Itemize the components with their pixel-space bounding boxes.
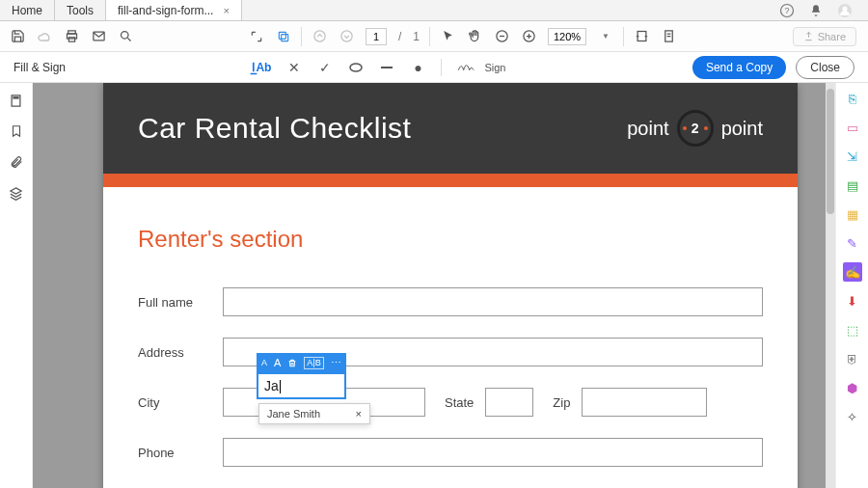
comb-field-icon[interactable]: A|B bbox=[304, 357, 323, 369]
field-zip[interactable] bbox=[582, 388, 707, 417]
fit-page-icon[interactable] bbox=[661, 29, 676, 44]
more-options-icon[interactable]: ⋯ bbox=[331, 357, 341, 369]
tab-tools-label: Tools bbox=[67, 4, 94, 17]
svg-point-17 bbox=[350, 64, 362, 71]
label-phone: Phone bbox=[138, 446, 223, 460]
fill-sign-title: Fill & Sign bbox=[14, 61, 66, 74]
circle-icon[interactable] bbox=[348, 60, 364, 75]
send-copy-button[interactable]: Send a Copy bbox=[692, 56, 786, 79]
brand-num: 2 bbox=[692, 121, 699, 136]
checkmark-icon[interactable]: ✓ bbox=[317, 60, 333, 75]
tab-home-label: Home bbox=[12, 4, 42, 17]
label-full-name: Full name bbox=[138, 295, 223, 310]
pdf-page: Car Rental Checklist point 2 point Rente… bbox=[103, 83, 798, 488]
fill-sign-bar: Fill & Sign I̲Ab ✕ ✓ ● Sign Send a Copy … bbox=[0, 52, 868, 83]
label-state: State bbox=[425, 395, 485, 410]
svg-text:?: ? bbox=[784, 6, 789, 15]
export-pdf-icon[interactable]: ⇲ bbox=[843, 147, 862, 166]
tab-bar: Home Tools fill-and-sign-form... × ? bbox=[0, 0, 868, 21]
svg-point-8 bbox=[121, 32, 128, 40]
document-canvas[interactable]: Car Rental Checklist point 2 point Rente… bbox=[33, 83, 835, 488]
fill-sign-icon[interactable]: ✍ bbox=[843, 262, 862, 282]
page-up-icon[interactable] bbox=[312, 29, 327, 44]
attachment-icon[interactable] bbox=[9, 154, 24, 170]
page-sep: / bbox=[398, 30, 401, 43]
text-format-toolbar: A A A|B ⋯ bbox=[257, 353, 346, 372]
save-icon[interactable] bbox=[10, 29, 25, 44]
zoom-in-icon[interactable] bbox=[521, 29, 536, 44]
field-full-name[interactable] bbox=[223, 287, 763, 316]
text-size-large-icon[interactable]: A bbox=[274, 357, 281, 368]
zoom-dropdown-icon[interactable]: ▼ bbox=[598, 29, 613, 44]
tab-tools[interactable]: Tools bbox=[55, 0, 106, 20]
shield-icon[interactable]: ⛨ bbox=[843, 349, 862, 368]
email-icon[interactable] bbox=[91, 29, 106, 44]
tab-home[interactable]: Home bbox=[0, 0, 55, 20]
more-tools-icon[interactable]: ✧ bbox=[843, 407, 862, 426]
redact-icon[interactable]: ⬇ bbox=[843, 291, 862, 311]
help-icon[interactable]: ? bbox=[779, 3, 795, 18]
create-pdf-icon[interactable]: ⎘ bbox=[843, 89, 862, 108]
brand-logo: point 2 point bbox=[627, 110, 763, 147]
search-icon[interactable] bbox=[118, 29, 133, 44]
zoom-out-icon[interactable] bbox=[494, 29, 509, 44]
svg-rect-15 bbox=[637, 32, 646, 41]
field-phone[interactable] bbox=[223, 438, 763, 467]
add-text-icon[interactable]: I̲Ab bbox=[252, 61, 271, 74]
bell-icon[interactable] bbox=[808, 3, 824, 18]
hand-icon[interactable] bbox=[467, 29, 482, 44]
cloud-icon[interactable] bbox=[37, 29, 52, 44]
sign-label: Sign bbox=[484, 62, 505, 73]
active-text-value: Ja bbox=[264, 378, 279, 393]
workspace: Car Rental Checklist point 2 point Rente… bbox=[0, 83, 868, 488]
edit-pdf-icon[interactable]: ▤ bbox=[843, 176, 862, 195]
tab-file-label: fill-and-sign-form... bbox=[118, 4, 213, 17]
protect-icon[interactable]: ⬚ bbox=[843, 320, 862, 339]
print-icon[interactable] bbox=[64, 29, 79, 44]
active-text-input[interactable]: Ja Jane Smith × bbox=[257, 372, 346, 399]
svg-point-11 bbox=[313, 31, 324, 41]
organize-icon[interactable]: ▦ bbox=[843, 204, 862, 224]
svg-rect-20 bbox=[14, 96, 18, 97]
fill-sign-text-overlay: A A A|B ⋯ Ja Jane Smith × bbox=[257, 353, 346, 399]
page-total: 1 bbox=[413, 30, 420, 43]
svg-point-3 bbox=[843, 6, 848, 11]
svg-rect-9 bbox=[282, 34, 288, 41]
fit-width-icon[interactable] bbox=[634, 29, 649, 44]
scrollbar-track[interactable] bbox=[826, 83, 835, 488]
page-number-input[interactable] bbox=[366, 28, 387, 45]
thumbnails-icon[interactable] bbox=[9, 93, 24, 108]
share-button[interactable]: Share bbox=[793, 27, 856, 46]
copy-icon[interactable] bbox=[276, 29, 291, 44]
dot-icon[interactable]: ● bbox=[410, 60, 425, 75]
stamp-icon[interactable]: ⬢ bbox=[843, 378, 862, 397]
comment-icon[interactable]: ✎ bbox=[843, 233, 862, 253]
combine-icon[interactable]: ▭ bbox=[843, 118, 862, 137]
tab-file[interactable]: fill-and-sign-form... × bbox=[106, 0, 242, 20]
document-title: Car Rental Checklist bbox=[138, 112, 411, 145]
share-label: Share bbox=[818, 31, 846, 42]
page-down-icon[interactable] bbox=[339, 29, 354, 44]
zoom-input[interactable] bbox=[548, 28, 586, 45]
bookmark-icon[interactable] bbox=[9, 123, 24, 139]
text-size-small-icon[interactable]: A bbox=[261, 358, 267, 367]
sign-button[interactable]: Sign bbox=[457, 61, 505, 74]
field-state[interactable] bbox=[485, 388, 533, 417]
select-tool-icon[interactable] bbox=[249, 29, 264, 44]
autofill-suggestion[interactable]: Jane Smith × bbox=[258, 403, 370, 424]
close-panel-button[interactable]: Close bbox=[796, 56, 854, 79]
dismiss-suggestion-icon[interactable]: × bbox=[356, 408, 362, 420]
brand-left: point bbox=[627, 118, 668, 140]
line-icon[interactable] bbox=[379, 60, 394, 75]
main-toolbar: / 1 ▼ Share bbox=[0, 21, 868, 52]
x-mark-icon[interactable]: ✕ bbox=[286, 60, 302, 75]
label-zip: Zip bbox=[533, 395, 582, 410]
label-city: City bbox=[138, 395, 223, 410]
pointer-icon[interactable] bbox=[440, 29, 455, 44]
delete-text-icon[interactable] bbox=[287, 358, 297, 368]
scrollbar-thumb[interactable] bbox=[827, 89, 834, 214]
suggestion-text: Jane Smith bbox=[267, 408, 320, 420]
layers-icon[interactable] bbox=[9, 185, 24, 201]
close-tab-icon[interactable]: × bbox=[223, 5, 229, 16]
profile-icon[interactable] bbox=[837, 3, 853, 18]
